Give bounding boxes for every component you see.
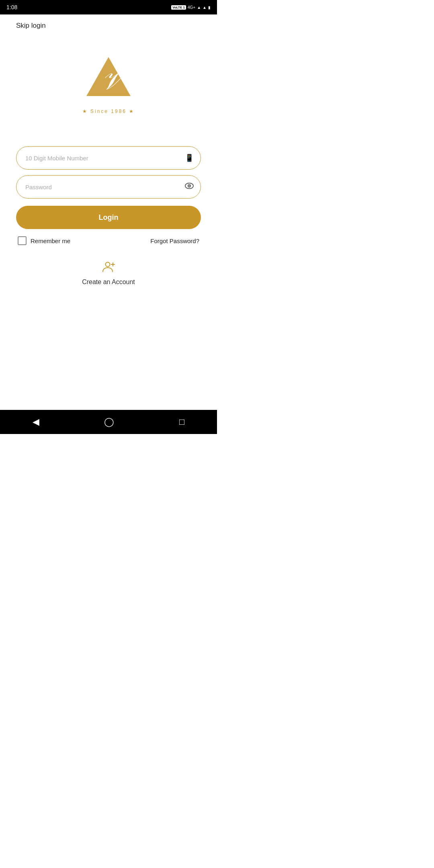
tagline-text: ★ Since 1986 ★ bbox=[82, 108, 135, 114]
svg-point-4 bbox=[189, 185, 190, 186]
bottom-nav-bar: ◀ ◯ □ bbox=[0, 410, 217, 434]
remember-me-group: Remember me bbox=[18, 236, 70, 245]
create-account-area[interactable]: Create an Account bbox=[82, 261, 135, 286]
skip-login-link[interactable]: Skip login bbox=[16, 22, 46, 29]
signal-icon: ▲ bbox=[197, 5, 201, 10]
forgot-password-link[interactable]: Forgot Password? bbox=[150, 237, 199, 244]
recents-nav-icon[interactable]: □ bbox=[179, 417, 184, 427]
back-nav-icon[interactable]: ◀ bbox=[33, 417, 39, 427]
app-logo: 𝒱 bbox=[82, 54, 135, 106]
home-nav-icon[interactable]: ◯ bbox=[104, 417, 114, 427]
remember-me-checkbox[interactable] bbox=[18, 236, 27, 245]
status-icons: VoLTE 1 4G+ ▲ ▲ ▮ bbox=[171, 5, 211, 10]
mobile-input-wrapper: 📱 bbox=[16, 146, 201, 170]
main-content: Skip login 𝒱 ★ Since 1986 ★ 📱 bbox=[0, 14, 217, 410]
logo-area: 𝒱 ★ Since 1986 ★ bbox=[82, 54, 135, 114]
volte-badge: VoLTE 1 bbox=[171, 5, 186, 10]
signal-icon-2: ▲ bbox=[203, 5, 207, 10]
password-input-wrapper bbox=[16, 175, 201, 199]
network-icon: 4G+ bbox=[188, 5, 195, 10]
add-person-icon bbox=[102, 261, 115, 275]
svg-point-5 bbox=[105, 262, 110, 267]
skip-login-row: Skip login bbox=[16, 14, 201, 30]
password-input[interactable] bbox=[16, 175, 201, 199]
status-bar: 1:08 VoLTE 1 4G+ ▲ ▲ ▮ bbox=[0, 0, 217, 14]
remember-forgot-row: Remember me Forgot Password? bbox=[16, 236, 201, 245]
remember-me-label: Remember me bbox=[31, 237, 70, 244]
eye-icon[interactable] bbox=[185, 183, 194, 191]
mobile-input[interactable] bbox=[16, 146, 201, 170]
login-button[interactable]: Login bbox=[16, 206, 201, 229]
login-form: 📱 Login Remember me Forgot Password? bbox=[16, 146, 201, 245]
battery-icon: ▮ bbox=[208, 5, 211, 10]
create-account-label: Create an Account bbox=[82, 278, 135, 286]
status-time: 1:08 bbox=[6, 4, 17, 10]
